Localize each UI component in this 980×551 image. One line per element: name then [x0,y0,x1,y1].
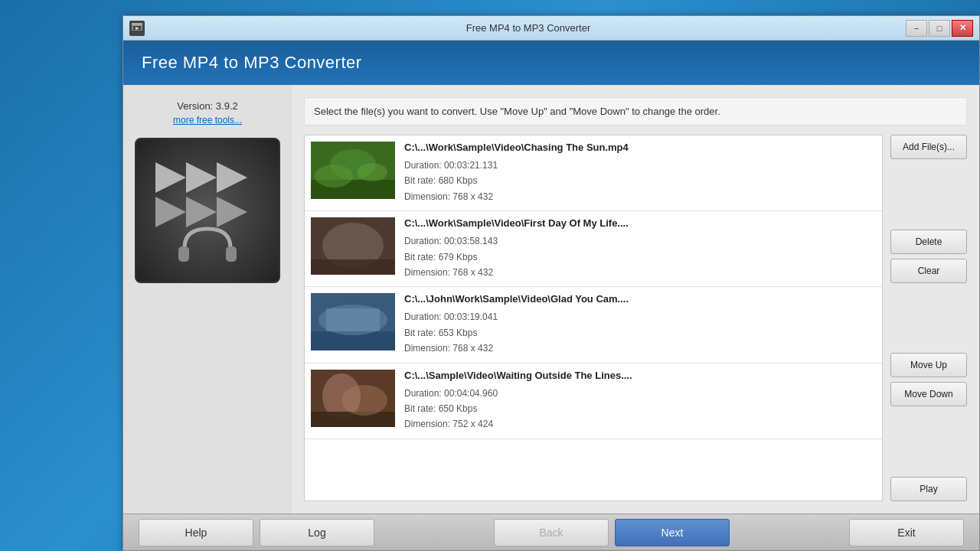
file-item[interactable]: C:\...\Work\Sample\Video\Chasing The Sun… [305,135,882,211]
version-label: Version: 3.9.2 [177,100,238,112]
file-dimension: Dimension: 768 x 432 [404,341,876,356]
app-icon [129,21,145,36]
file-dimension: Dimension: 752 x 424 [404,416,876,432]
file-item[interactable]: C:\...\Work\Sample\Video\First Day Of My… [305,211,882,287]
thumbnail-image [311,370,395,427]
bottom-toolbar: Help Log Back Next Exit [123,514,979,550]
file-bitrate: Bit rate: 679 Kbps [404,249,876,265]
file-thumbnail [311,370,395,427]
file-bitrate: Bit rate: 650 Kbps [404,401,876,416]
back-button[interactable]: Back [494,519,609,546]
main-window: Free MP4 to MP3 Converter − □ ✕ Free MP4… [122,15,980,551]
file-thumbnail [311,142,395,199]
file-dimension: Dimension: 768 x 432 [404,189,876,204]
exit-button[interactable]: Exit [849,519,964,546]
file-meta: Duration: 00:03:58.143 Bit rate: 679 Kbp… [404,233,876,280]
svg-rect-1 [132,23,142,25]
thumbnail-image [311,217,395,275]
svg-point-28 [341,385,387,416]
move-down-button[interactable]: Move Down [890,382,967,406]
file-duration: Duration: 00:04:04.960 [404,386,876,401]
file-path: C:\...\Sample\Video\Waiting Outside The … [404,370,876,381]
main-content: Version: 3.9.2 more free tools... [123,85,979,514]
minimize-button[interactable]: − [906,20,927,37]
svg-marker-4 [155,162,186,193]
add-files-button[interactable]: Add File(s)... [890,135,967,159]
file-path: C:\...\John\Work\Sample\Video\Glad You C… [404,293,876,305]
file-bitrate: Bit rate: 653 Kbps [404,325,876,341]
file-info: C:\...\Work\Sample\Video\First Day Of My… [404,217,876,280]
file-list-area: C:\...\Work\Sample\Video\Chasing The Sun… [304,135,967,501]
svg-rect-20 [311,259,395,275]
sidebar: Version: 3.9.2 more free tools... [123,85,292,514]
svg-point-15 [315,165,353,187]
title-bar: Free MP4 to MP3 Converter − □ ✕ [123,16,979,41]
file-duration: Duration: 00:03:19.041 [404,309,876,324]
svg-point-16 [357,163,387,181]
svg-rect-10 [178,246,189,262]
svg-marker-8 [186,197,217,227]
chevrons-graphic [148,158,270,235]
file-item[interactable]: C:\...\Sample\Video\Waiting Outside The … [305,364,882,439]
svg-rect-24 [326,308,380,331]
svg-marker-6 [217,162,247,193]
file-duration: Duration: 00:03:21.131 [404,158,876,173]
file-duration: Duration: 00:03:58.143 [404,233,876,249]
next-button[interactable]: Next [615,519,730,546]
svg-marker-5 [186,162,217,193]
thumbnail-image [311,142,395,199]
svg-rect-27 [311,412,395,427]
clear-button[interactable]: Clear [890,259,967,283]
log-button[interactable]: Log [260,519,374,546]
file-path: C:\...\Work\Sample\Video\Chasing The Sun… [404,142,876,153]
file-thumbnail [311,217,395,275]
instruction-text: Select the file(s) you want to convert. … [304,97,967,126]
file-meta: Duration: 00:03:19.041 Bit rate: 653 Kbp… [404,309,876,356]
file-path: C:\...\Work\Sample\Video\First Day Of My… [404,217,876,229]
app-header: Free MP4 to MP3 Converter [123,41,979,85]
file-list[interactable]: C:\...\Work\Sample\Video\Chasing The Sun… [304,135,883,501]
delete-button[interactable]: Delete [890,230,967,254]
close-button[interactable]: ✕ [952,20,973,37]
move-up-button[interactable]: Move Up [890,353,967,377]
file-meta: Duration: 00:03:21.131 Bit rate: 680 Kbp… [404,158,876,204]
right-panel: Select the file(s) you want to convert. … [292,85,979,514]
svg-rect-11 [226,246,237,262]
headphone-icon [177,225,238,271]
play-button[interactable]: Play [890,477,967,501]
svg-marker-9 [217,197,247,227]
app-title: Free MP4 to MP3 Converter [142,53,362,72]
window-title: Free MP4 to MP3 Converter [151,22,906,34]
file-thumbnail [311,293,395,350]
file-item[interactable]: C:\...\John\Work\Sample\Video\Glad You C… [305,287,882,363]
action-buttons: Add File(s)... Delete Clear Move Up Move… [890,135,967,501]
svg-marker-7 [155,197,186,227]
file-dimension: Dimension: 768 x 432 [404,265,876,280]
file-info: C:\...\John\Work\Sample\Video\Glad You C… [404,293,876,356]
file-bitrate: Bit rate: 680 Kbps [404,173,876,188]
file-info: C:\...\Sample\Video\Waiting Outside The … [404,370,876,432]
app-logo [135,138,280,283]
help-button[interactable]: Help [139,519,253,546]
file-info: C:\...\Work\Sample\Video\Chasing The Sun… [404,142,876,204]
restore-button[interactable]: □ [929,20,950,37]
file-meta: Duration: 00:04:04.960 Bit rate: 650 Kbp… [404,386,876,432]
more-tools-link[interactable]: more free tools... [173,115,242,126]
thumbnail-image [311,293,395,350]
window-controls: − □ ✕ [906,20,973,37]
